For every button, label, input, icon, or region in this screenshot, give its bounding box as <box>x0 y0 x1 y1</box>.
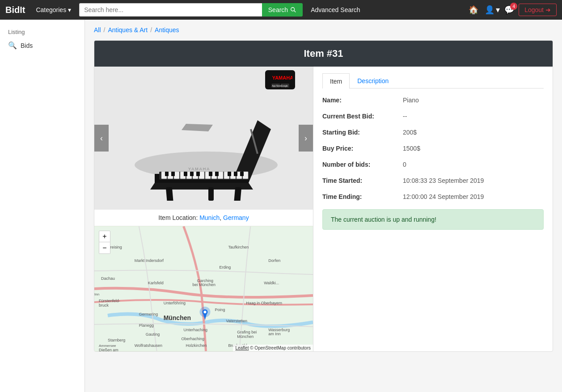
tab-description[interactable]: Description <box>350 73 396 88</box>
leaflet-link[interactable]: Leaflet <box>235 346 249 350</box>
tab-item[interactable]: Item <box>322 73 350 89</box>
logout-button[interactable]: Logout ➜ <box>519 4 557 16</box>
osm-text: © OpenStreetMap <box>250 346 286 350</box>
buy-price-label: Buy Price: <box>322 145 403 152</box>
listing-section-title: Listing <box>0 26 85 38</box>
contributors-text: contributors <box>287 346 311 350</box>
carousel-prev-button[interactable]: ‹ <box>94 125 109 152</box>
details-section: Item Description Name: Piano Current Bes… <box>313 67 553 351</box>
item-location: Item Location: Munich, Germany <box>94 210 313 226</box>
carousel-next-button[interactable]: › <box>299 125 313 152</box>
sidebar-item-bids[interactable]: 🔍 Bids <box>0 38 85 53</box>
svg-text:Ammersee: Ammersee <box>99 344 116 348</box>
navbar-right: 🏠 👤 ▾ 💬 4 Logout ➜ <box>467 3 557 17</box>
svg-text:Poing: Poing <box>215 308 225 312</box>
svg-text:Google: Google <box>281 85 288 87</box>
breadcrumb-all[interactable]: All <box>94 26 101 34</box>
search-button[interactable]: Search <box>262 3 303 17</box>
user-menu[interactable]: 👤 ▾ <box>485 5 500 15</box>
auction-status: The current auction is up and running! <box>322 209 544 230</box>
detail-num-bids: Number of bids: 0 <box>322 161 544 168</box>
svg-rect-38 <box>208 187 214 201</box>
svg-text:Inn: Inn <box>94 292 99 296</box>
map-zoom-out[interactable]: − <box>99 242 110 254</box>
breadcrumb: All / Antiques & Art / Antiques <box>94 26 553 34</box>
messages-icon[interactable]: 💬 4 <box>504 5 514 15</box>
svg-text:Unterföhring: Unterföhring <box>164 301 186 305</box>
home-icon[interactable]: 🏠 <box>467 3 480 17</box>
breadcrumb-category[interactable]: Antiques & Art <box>108 26 148 34</box>
page-layout: Listing 🔍 Bids All / Antiques & Art / An… <box>0 20 562 392</box>
breadcrumb-subcategory[interactable]: Antiques <box>155 26 179 34</box>
svg-rect-30 <box>196 172 200 176</box>
svg-rect-28 <box>184 172 187 176</box>
search-container: Search <box>79 3 303 17</box>
item-card: Item #31 ‹ YAMAHA <box>94 40 553 352</box>
num-bids-value: 0 <box>403 161 406 168</box>
svg-text:YAMAHA: YAMAHA <box>188 167 210 171</box>
map-container: + − <box>94 226 313 351</box>
location-city[interactable]: Munich <box>199 214 220 221</box>
buy-price-value: 1500$ <box>403 145 420 152</box>
item-card-body: ‹ YAMAHA <box>94 67 553 351</box>
image-carousel: ‹ YAMAHA <box>94 67 313 210</box>
svg-rect-35 <box>240 172 244 176</box>
svg-rect-26 <box>165 172 169 176</box>
svg-text:App Store: App Store <box>272 85 281 87</box>
map-zoom-in[interactable]: + <box>99 231 110 242</box>
svg-text:Germering: Germering <box>139 312 158 316</box>
svg-text:Unterhaching: Unterhaching <box>184 328 207 332</box>
map-attribution: Leaflet © OpenStreetMap contributors <box>233 345 313 351</box>
advanced-search-link[interactable]: Advanced Search <box>311 6 360 13</box>
tabs: Item Description <box>322 73 544 89</box>
svg-rect-34 <box>234 172 237 176</box>
messages-badge: 4 <box>510 3 517 10</box>
svg-text:Gauting: Gauting <box>146 332 160 337</box>
location-label: Item Location: <box>158 214 198 221</box>
breadcrumb-sep-1: / <box>104 26 106 34</box>
svg-text:Taufkirchen: Taufkirchen <box>228 245 249 249</box>
map-svg: Freising Markt Indersdorf Taufkirchen Do… <box>94 226 313 351</box>
svg-marker-44 <box>182 124 213 131</box>
image-section: ‹ YAMAHA <box>94 67 313 351</box>
sidebar-bids-label: Bids <box>21 42 33 49</box>
detail-time-started: Time Started: 10:08:33 23 September 2019 <box>322 177 544 184</box>
detail-starting-bid: Starting Bid: 200$ <box>322 129 544 136</box>
svg-rect-29 <box>190 172 194 176</box>
search-circle-icon: 🔍 <box>8 41 17 50</box>
svg-text:Waldki...: Waldki... <box>264 281 279 285</box>
current-bid-value: -- <box>403 113 407 120</box>
chevron-down-icon: ▾ <box>68 6 71 13</box>
svg-text:Holzkirchen: Holzkirchen <box>186 343 207 348</box>
categories-label: Categories <box>36 6 66 13</box>
svg-rect-33 <box>228 172 231 176</box>
name-value: Piano <box>403 97 419 104</box>
brand-logo[interactable]: BidIt <box>5 5 25 15</box>
item-title: Item #31 <box>94 41 553 67</box>
svg-text:Haag in Oberbayern: Haag in Oberbayern <box>246 301 282 305</box>
svg-text:Karlsfeld: Karlsfeld <box>148 281 164 285</box>
current-bid-label: Current Best Bid: <box>322 113 403 120</box>
categories-menu[interactable]: Categories ▾ <box>32 4 75 16</box>
svg-text:Planegg: Planegg <box>139 323 154 328</box>
svg-text:YAMAHA: YAMAHA <box>272 75 292 80</box>
starting-bid-label: Starting Bid: <box>322 129 403 136</box>
location-country[interactable]: Germany <box>223 214 249 221</box>
svg-text:Oberhaching: Oberhaching <box>182 337 204 341</box>
svg-point-82 <box>204 311 207 313</box>
main-content: All / Antiques & Art / Antiques Item #31… <box>85 20 562 392</box>
yamaha-logo: YAMAHA App Store Google <box>268 72 292 88</box>
navbar: BidIt Categories ▾ Search Advanced Searc… <box>0 0 562 20</box>
search-input[interactable] <box>79 3 262 17</box>
yamaha-app-store-svg: App Store Google <box>269 84 292 88</box>
logout-label: Logout <box>524 6 544 13</box>
search-icon <box>290 7 296 13</box>
svg-text:Starnberg: Starnberg <box>108 338 125 342</box>
user-icon: 👤 <box>485 5 494 15</box>
svg-rect-31 <box>209 172 212 176</box>
breadcrumb-sep-2: / <box>150 26 152 34</box>
user-chevron-icon: ▾ <box>496 5 500 15</box>
svg-text:Erding: Erding <box>219 265 231 270</box>
logout-arrow-icon: ➜ <box>545 6 551 13</box>
svg-text:Fürstenfeld-: Fürstenfeld- <box>99 299 120 303</box>
